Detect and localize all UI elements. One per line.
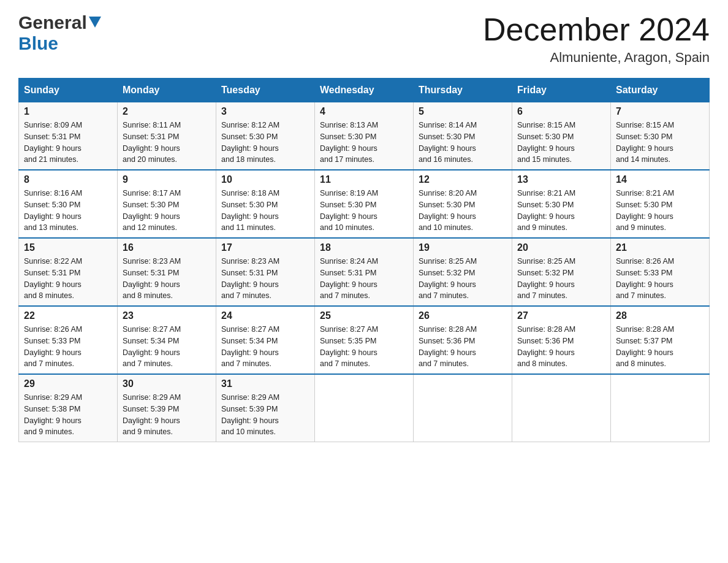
day-info: Sunrise: 8:21 AM Sunset: 5:30 PM Dayligh… [616, 188, 704, 234]
calendar-cell: 17 Sunrise: 8:23 AM Sunset: 5:31 PM Dayl… [216, 238, 315, 306]
calendar-cell: 28 Sunrise: 8:28 AM Sunset: 5:37 PM Dayl… [611, 306, 710, 374]
day-number: 2 [123, 106, 211, 117]
day-number: 20 [517, 242, 605, 253]
header-tuesday: Tuesday [216, 79, 315, 102]
calendar-cell [414, 374, 512, 442]
header-saturday: Saturday [611, 79, 710, 102]
calendar-cell: 3 Sunrise: 8:12 AM Sunset: 5:30 PM Dayli… [216, 102, 315, 170]
day-number: 28 [616, 310, 704, 321]
calendar-cell: 13 Sunrise: 8:21 AM Sunset: 5:30 PM Dayl… [512, 170, 611, 238]
calendar-cell: 8 Sunrise: 8:16 AM Sunset: 5:30 PM Dayli… [19, 170, 118, 238]
day-number: 11 [320, 174, 408, 185]
calendar-cell: 19 Sunrise: 8:25 AM Sunset: 5:32 PM Dayl… [414, 238, 512, 306]
header-monday: Monday [118, 79, 216, 102]
day-header-row: Sunday Monday Tuesday Wednesday Thursday… [19, 79, 710, 102]
calendar-cell: 22 Sunrise: 8:26 AM Sunset: 5:33 PM Dayl… [19, 306, 118, 374]
day-number: 24 [221, 310, 309, 321]
svg-marker-0 [89, 17, 101, 28]
calendar-cell: 24 Sunrise: 8:27 AM Sunset: 5:34 PM Dayl… [216, 306, 315, 374]
day-info: Sunrise: 8:20 AM Sunset: 5:30 PM Dayligh… [419, 188, 507, 234]
calendar-cell [315, 374, 414, 442]
day-info: Sunrise: 8:14 AM Sunset: 5:30 PM Dayligh… [419, 120, 507, 166]
day-info: Sunrise: 8:28 AM Sunset: 5:36 PM Dayligh… [419, 324, 507, 370]
calendar-cell: 10 Sunrise: 8:18 AM Sunset: 5:30 PM Dayl… [216, 170, 315, 238]
day-info: Sunrise: 8:25 AM Sunset: 5:32 PM Dayligh… [419, 256, 507, 302]
day-info: Sunrise: 8:26 AM Sunset: 5:33 PM Dayligh… [616, 256, 704, 302]
day-info: Sunrise: 8:18 AM Sunset: 5:30 PM Dayligh… [221, 188, 309, 234]
day-number: 25 [320, 310, 408, 321]
week-row-5: 29 Sunrise: 8:29 AM Sunset: 5:38 PM Dayl… [19, 374, 710, 442]
calendar-cell: 12 Sunrise: 8:20 AM Sunset: 5:30 PM Dayl… [414, 170, 512, 238]
day-info: Sunrise: 8:15 AM Sunset: 5:30 PM Dayligh… [517, 120, 605, 166]
calendar-cell: 16 Sunrise: 8:23 AM Sunset: 5:31 PM Dayl… [118, 238, 216, 306]
page-header: General Blue December 2024 Almuniente, A… [18, 12, 710, 66]
day-number: 4 [320, 106, 408, 117]
logo-arrow-icon [89, 17, 101, 30]
calendar-cell [512, 374, 611, 442]
calendar-cell: 11 Sunrise: 8:19 AM Sunset: 5:30 PM Dayl… [315, 170, 414, 238]
day-number: 18 [320, 242, 408, 253]
header-wednesday: Wednesday [315, 79, 414, 102]
header-sunday: Sunday [19, 79, 118, 102]
day-number: 17 [221, 242, 309, 253]
day-number: 1 [24, 106, 112, 117]
calendar-cell: 27 Sunrise: 8:28 AM Sunset: 5:36 PM Dayl… [512, 306, 611, 374]
day-info: Sunrise: 8:28 AM Sunset: 5:36 PM Dayligh… [517, 324, 605, 370]
day-info: Sunrise: 8:22 AM Sunset: 5:31 PM Dayligh… [24, 256, 112, 302]
logo-general-text: General [18, 12, 87, 33]
day-info: Sunrise: 8:28 AM Sunset: 5:37 PM Dayligh… [616, 324, 704, 370]
day-info: Sunrise: 8:29 AM Sunset: 5:39 PM Dayligh… [123, 392, 211, 438]
day-info: Sunrise: 8:17 AM Sunset: 5:30 PM Dayligh… [123, 188, 211, 234]
week-row-4: 22 Sunrise: 8:26 AM Sunset: 5:33 PM Dayl… [19, 306, 710, 374]
day-info: Sunrise: 8:21 AM Sunset: 5:30 PM Dayligh… [517, 188, 605, 234]
day-info: Sunrise: 8:12 AM Sunset: 5:30 PM Dayligh… [221, 120, 309, 166]
calendar-cell: 9 Sunrise: 8:17 AM Sunset: 5:30 PM Dayli… [118, 170, 216, 238]
day-info: Sunrise: 8:15 AM Sunset: 5:30 PM Dayligh… [616, 120, 704, 166]
calendar-cell: 30 Sunrise: 8:29 AM Sunset: 5:39 PM Dayl… [118, 374, 216, 442]
day-number: 22 [24, 310, 112, 321]
day-number: 21 [616, 242, 704, 253]
calendar-table: Sunday Monday Tuesday Wednesday Thursday… [18, 78, 710, 442]
day-info: Sunrise: 8:13 AM Sunset: 5:30 PM Dayligh… [320, 120, 408, 166]
calendar-cell: 21 Sunrise: 8:26 AM Sunset: 5:33 PM Dayl… [611, 238, 710, 306]
calendar-cell: 29 Sunrise: 8:29 AM Sunset: 5:38 PM Dayl… [19, 374, 118, 442]
logo: General Blue [18, 12, 101, 54]
day-number: 3 [221, 106, 309, 117]
calendar-cell [611, 374, 710, 442]
day-info: Sunrise: 8:27 AM Sunset: 5:34 PM Dayligh… [221, 324, 309, 370]
calendar-cell: 14 Sunrise: 8:21 AM Sunset: 5:30 PM Dayl… [611, 170, 710, 238]
day-number: 23 [123, 310, 211, 321]
calendar-cell: 26 Sunrise: 8:28 AM Sunset: 5:36 PM Dayl… [414, 306, 512, 374]
day-number: 29 [24, 378, 112, 389]
day-number: 8 [24, 174, 112, 185]
calendar-cell: 5 Sunrise: 8:14 AM Sunset: 5:30 PM Dayli… [414, 102, 512, 170]
day-number: 9 [123, 174, 211, 185]
week-row-2: 8 Sunrise: 8:16 AM Sunset: 5:30 PM Dayli… [19, 170, 710, 238]
calendar-cell: 18 Sunrise: 8:24 AM Sunset: 5:31 PM Dayl… [315, 238, 414, 306]
month-year-title: December 2024 [483, 12, 710, 47]
day-number: 13 [517, 174, 605, 185]
day-number: 14 [616, 174, 704, 185]
calendar-cell: 6 Sunrise: 8:15 AM Sunset: 5:30 PM Dayli… [512, 102, 611, 170]
calendar-cell: 31 Sunrise: 8:29 AM Sunset: 5:39 PM Dayl… [216, 374, 315, 442]
day-info: Sunrise: 8:19 AM Sunset: 5:30 PM Dayligh… [320, 188, 408, 234]
day-number: 31 [221, 378, 309, 389]
day-info: Sunrise: 8:25 AM Sunset: 5:32 PM Dayligh… [517, 256, 605, 302]
calendar-cell: 23 Sunrise: 8:27 AM Sunset: 5:34 PM Dayl… [118, 306, 216, 374]
logo-blue-text: Blue [18, 33, 58, 53]
day-info: Sunrise: 8:16 AM Sunset: 5:30 PM Dayligh… [24, 188, 112, 234]
day-number: 6 [517, 106, 605, 117]
day-number: 15 [24, 242, 112, 253]
header-thursday: Thursday [414, 79, 512, 102]
day-info: Sunrise: 8:23 AM Sunset: 5:31 PM Dayligh… [123, 256, 211, 302]
day-info: Sunrise: 8:29 AM Sunset: 5:38 PM Dayligh… [24, 392, 112, 438]
day-number: 5 [419, 106, 507, 117]
calendar-cell: 7 Sunrise: 8:15 AM Sunset: 5:30 PM Dayli… [611, 102, 710, 170]
calendar-cell: 1 Sunrise: 8:09 AM Sunset: 5:31 PM Dayli… [19, 102, 118, 170]
week-row-3: 15 Sunrise: 8:22 AM Sunset: 5:31 PM Dayl… [19, 238, 710, 306]
day-info: Sunrise: 8:11 AM Sunset: 5:31 PM Dayligh… [123, 120, 211, 166]
calendar-cell: 4 Sunrise: 8:13 AM Sunset: 5:30 PM Dayli… [315, 102, 414, 170]
day-info: Sunrise: 8:26 AM Sunset: 5:33 PM Dayligh… [24, 324, 112, 370]
day-info: Sunrise: 8:24 AM Sunset: 5:31 PM Dayligh… [320, 256, 408, 302]
header-friday: Friday [512, 79, 611, 102]
